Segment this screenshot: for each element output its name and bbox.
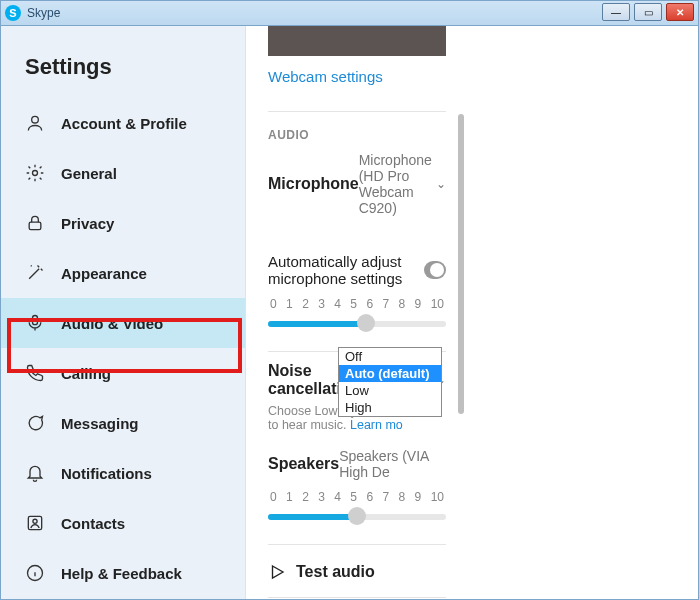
sidebar-item-audio-video[interactable]: Audio & Video (1, 298, 245, 348)
sidebar-item-help[interactable]: Help & Feedback (1, 548, 245, 598)
svg-rect-3 (33, 316, 38, 325)
speakers-device-value: Speakers (VIA High De (339, 448, 446, 480)
bell-icon (25, 463, 45, 483)
slider-fill (268, 514, 357, 520)
tick-label: 10 (431, 297, 444, 311)
tick-label: 3 (318, 490, 325, 504)
speakers-slider-ticks: 012345678910 (268, 490, 446, 504)
tick-label: 0 (270, 490, 277, 504)
speakers-device-dropdown[interactable]: Speakers (VIA High De (339, 448, 446, 480)
svg-point-1 (33, 171, 38, 176)
sidebar-item-account[interactable]: Account & Profile (1, 98, 245, 148)
divider (268, 111, 446, 112)
sidebar-item-messaging[interactable]: Messaging (1, 398, 245, 448)
settings-sidebar: Settings Account & Profile General Priva… (1, 26, 246, 599)
tick-label: 8 (399, 297, 406, 311)
tick-label: 0 (270, 297, 277, 311)
sidebar-item-contacts[interactable]: Contacts (1, 498, 245, 548)
sidebar-item-label: Appearance (61, 265, 147, 282)
noise-option[interactable]: Auto (default) (339, 365, 441, 382)
close-button[interactable]: ✕ (666, 3, 694, 21)
microphone-icon (25, 313, 45, 333)
info-icon (25, 563, 45, 583)
svg-point-5 (33, 519, 37, 523)
noise-option[interactable]: High (339, 399, 441, 416)
tick-label: 6 (366, 490, 373, 504)
sidebar-item-label: Privacy (61, 215, 114, 232)
microphone-device-value: Microphone (HD Pro Webcam C920) (359, 152, 432, 216)
tick-label: 9 (415, 490, 422, 504)
play-icon (268, 563, 286, 581)
sidebar-item-privacy[interactable]: Privacy (1, 198, 245, 248)
webcam-preview (268, 26, 446, 56)
tick-label: 1 (286, 490, 293, 504)
tick-label: 5 (350, 490, 357, 504)
sidebar-item-label: Messaging (61, 415, 139, 432)
tick-label: 2 (302, 297, 309, 311)
svg-point-0 (32, 116, 39, 123)
window-buttons: — ▭ ✕ (602, 3, 694, 21)
sidebar-item-label: Contacts (61, 515, 125, 532)
sidebar-item-calling[interactable]: Calling (1, 348, 245, 398)
scrollbar[interactable] (458, 114, 464, 591)
tick-label: 6 (366, 297, 373, 311)
tick-label: 8 (399, 490, 406, 504)
auto-adjust-label: Automatically adjust microphone settings (268, 253, 424, 287)
sidebar-item-label: Calling (61, 365, 111, 382)
microphone-device-dropdown[interactable]: Microphone (HD Pro Webcam C920) ⌄ (359, 152, 446, 216)
sidebar-item-general[interactable]: General (1, 148, 245, 198)
skype-icon: S (5, 5, 21, 21)
phone-icon (25, 363, 45, 383)
test-audio-button[interactable]: Test audio (268, 563, 446, 581)
noise-option[interactable]: Off (339, 348, 441, 365)
speakers-slider[interactable] (268, 506, 446, 528)
chevron-down-icon: ⌄ (436, 177, 446, 191)
tick-label: 9 (415, 297, 422, 311)
settings-heading: Settings (1, 54, 245, 98)
tick-label: 3 (318, 297, 325, 311)
main-panel: Webcam settings AUDIO Microphone Microph… (246, 26, 468, 599)
sidebar-item-notifications[interactable]: Notifications (1, 448, 245, 498)
slider-knob[interactable] (357, 314, 375, 332)
sidebar-item-label: Help & Feedback (61, 565, 182, 582)
sidebar-item-appearance[interactable]: Appearance (1, 248, 245, 298)
webcam-settings-link[interactable]: Webcam settings (268, 68, 383, 85)
microphone-row: Microphone Microphone (HD Pro Webcam C92… (268, 152, 446, 216)
window-title: Skype (27, 6, 60, 20)
microphone-level-meter (268, 228, 446, 237)
microphone-slider[interactable] (268, 313, 446, 335)
audio-section-label: AUDIO (268, 128, 446, 142)
tick-label: 7 (382, 490, 389, 504)
auto-adjust-toggle[interactable] (424, 261, 446, 279)
noise-option[interactable]: Low (339, 382, 441, 399)
scrollbar-thumb[interactable] (458, 114, 464, 414)
microphone-slider-group: 012345678910 (268, 297, 446, 335)
microphone-label: Microphone (268, 175, 359, 193)
tick-label: 4 (334, 490, 341, 504)
window-titlebar: S Skype — ▭ ✕ (0, 0, 699, 26)
speakers-row: Speakers Speakers (VIA High De (268, 448, 446, 480)
slider-knob[interactable] (348, 507, 366, 525)
tick-label: 10 (431, 490, 444, 504)
divider (268, 544, 446, 545)
maximize-button[interactable]: ▭ (634, 3, 662, 21)
tick-label: 2 (302, 490, 309, 504)
noise-cancellation-menu: OffAuto (default)LowHigh (338, 347, 442, 417)
tick-label: 5 (350, 297, 357, 311)
learn-more-link[interactable]: Learn mo (350, 418, 403, 432)
speakers-label: Speakers (268, 455, 339, 473)
contacts-icon (25, 513, 45, 533)
microphone-slider-ticks: 012345678910 (268, 297, 446, 311)
sidebar-item-label: Account & Profile (61, 115, 187, 132)
divider (268, 597, 446, 598)
svg-rect-2 (29, 222, 41, 230)
slider-fill (268, 321, 366, 327)
client-area: Settings Account & Profile General Priva… (0, 26, 699, 600)
test-audio-label: Test audio (296, 563, 375, 581)
sidebar-item-label: Audio & Video (61, 315, 163, 332)
wand-icon (25, 263, 45, 283)
minimize-button[interactable]: — (602, 3, 630, 21)
tick-label: 7 (382, 297, 389, 311)
chat-icon (25, 413, 45, 433)
tick-label: 4 (334, 297, 341, 311)
